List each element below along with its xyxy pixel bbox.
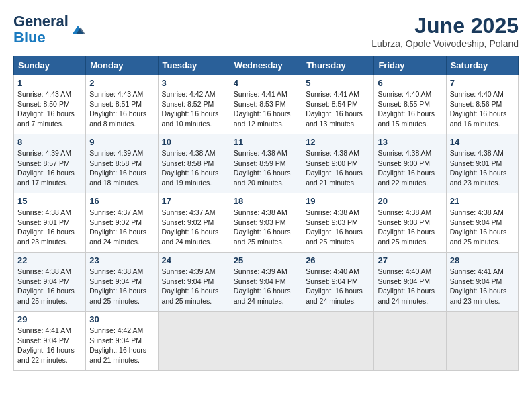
calendar-cell: 29Sunrise: 4:41 AM Sunset: 9:04 PM Dayli… bbox=[14, 312, 86, 371]
calendar-cell: 4Sunrise: 4:41 AM Sunset: 8:53 PM Daylig… bbox=[230, 75, 302, 134]
calendar-cell: 27Sunrise: 4:40 AM Sunset: 9:04 PM Dayli… bbox=[374, 253, 446, 312]
weekday-header-cell: Saturday bbox=[446, 56, 518, 75]
day-number: 6 bbox=[378, 78, 442, 88]
day-number: 25 bbox=[234, 255, 298, 265]
day-info: Sunrise: 4:39 AM Sunset: 9:04 PM Dayligh… bbox=[234, 267, 298, 306]
calendar-title: June 2025 bbox=[371, 13, 519, 38]
calendar-cell: 23Sunrise: 4:38 AM Sunset: 9:04 PM Dayli… bbox=[86, 253, 158, 312]
calendar-cell: 14Sunrise: 4:38 AM Sunset: 9:01 PM Dayli… bbox=[446, 134, 518, 193]
logo-icon bbox=[70, 21, 86, 38]
day-number: 10 bbox=[162, 137, 226, 147]
weekday-header: SundayMondayTuesdayWednesdayThursdayFrid… bbox=[14, 56, 519, 75]
day-info: Sunrise: 4:38 AM Sunset: 9:04 PM Dayligh… bbox=[89, 267, 154, 306]
day-number: 20 bbox=[378, 196, 442, 206]
day-number: 7 bbox=[450, 78, 515, 88]
calendar-cell: 13Sunrise: 4:38 AM Sunset: 9:00 PM Dayli… bbox=[374, 134, 446, 193]
day-number: 12 bbox=[306, 137, 370, 147]
calendar-body: 1Sunrise: 4:43 AM Sunset: 8:50 PM Daylig… bbox=[14, 75, 519, 371]
day-info: Sunrise: 4:40 AM Sunset: 9:04 PM Dayligh… bbox=[306, 267, 370, 306]
calendar-cell: 30Sunrise: 4:42 AM Sunset: 9:04 PM Dayli… bbox=[86, 312, 158, 371]
day-info: Sunrise: 4:41 AM Sunset: 9:04 PM Dayligh… bbox=[17, 326, 82, 365]
day-number: 30 bbox=[89, 314, 154, 324]
weekday-header-cell: Sunday bbox=[14, 56, 86, 75]
logo: GeneralBlue bbox=[13, 13, 86, 46]
calendar-cell: 6Sunrise: 4:40 AM Sunset: 8:55 PM Daylig… bbox=[374, 75, 446, 134]
calendar-cell bbox=[230, 312, 302, 371]
day-number: 18 bbox=[234, 196, 298, 206]
calendar-week-row: 8Sunrise: 4:39 AM Sunset: 8:57 PM Daylig… bbox=[14, 134, 519, 193]
weekday-header-cell: Friday bbox=[374, 56, 446, 75]
day-info: Sunrise: 4:39 AM Sunset: 8:57 PM Dayligh… bbox=[17, 148, 82, 188]
day-number: 29 bbox=[17, 314, 82, 324]
calendar-week-row: 22Sunrise: 4:38 AM Sunset: 9:04 PM Dayli… bbox=[14, 253, 519, 312]
weekday-header-cell: Monday bbox=[86, 56, 158, 75]
calendar-cell: 22Sunrise: 4:38 AM Sunset: 9:04 PM Dayli… bbox=[14, 253, 86, 312]
calendar-week-row: 1Sunrise: 4:43 AM Sunset: 8:50 PM Daylig… bbox=[14, 75, 519, 134]
day-number: 17 bbox=[162, 196, 226, 206]
calendar-cell bbox=[374, 312, 446, 371]
calendar-cell bbox=[302, 312, 374, 371]
day-info: Sunrise: 4:38 AM Sunset: 9:03 PM Dayligh… bbox=[378, 208, 442, 247]
calendar-cell: 12Sunrise: 4:38 AM Sunset: 9:00 PM Dayli… bbox=[302, 134, 374, 193]
day-number: 8 bbox=[17, 137, 82, 147]
calendar-cell: 7Sunrise: 4:40 AM Sunset: 8:56 PM Daylig… bbox=[446, 75, 518, 134]
calendar-cell: 2Sunrise: 4:43 AM Sunset: 8:51 PM Daylig… bbox=[86, 75, 158, 134]
title-area: June 2025 Lubrza, Opole Voivodeship, Pol… bbox=[371, 13, 519, 49]
day-info: Sunrise: 4:39 AM Sunset: 9:04 PM Dayligh… bbox=[162, 267, 226, 306]
day-number: 14 bbox=[450, 137, 515, 147]
day-info: Sunrise: 4:42 AM Sunset: 8:52 PM Dayligh… bbox=[162, 89, 226, 129]
calendar-cell: 25Sunrise: 4:39 AM Sunset: 9:04 PM Dayli… bbox=[230, 253, 302, 312]
day-number: 11 bbox=[234, 137, 298, 147]
day-number: 28 bbox=[450, 255, 515, 265]
day-info: Sunrise: 4:38 AM Sunset: 8:58 PM Dayligh… bbox=[162, 148, 226, 188]
calendar-cell: 26Sunrise: 4:40 AM Sunset: 9:04 PM Dayli… bbox=[302, 253, 374, 312]
day-info: Sunrise: 4:37 AM Sunset: 9:02 PM Dayligh… bbox=[89, 208, 154, 247]
day-number: 3 bbox=[162, 78, 226, 88]
calendar-cell: 3Sunrise: 4:42 AM Sunset: 8:52 PM Daylig… bbox=[158, 75, 230, 134]
day-info: Sunrise: 4:40 AM Sunset: 9:04 PM Dayligh… bbox=[378, 267, 442, 306]
calendar-table: SundayMondayTuesdayWednesdayThursdayFrid… bbox=[13, 56, 519, 371]
day-info: Sunrise: 4:38 AM Sunset: 9:03 PM Dayligh… bbox=[234, 208, 298, 247]
day-number: 27 bbox=[378, 255, 442, 265]
day-info: Sunrise: 4:42 AM Sunset: 9:04 PM Dayligh… bbox=[89, 326, 154, 365]
calendar-cell: 9Sunrise: 4:39 AM Sunset: 8:58 PM Daylig… bbox=[86, 134, 158, 193]
day-number: 23 bbox=[89, 255, 154, 265]
calendar-cell: 8Sunrise: 4:39 AM Sunset: 8:57 PM Daylig… bbox=[14, 134, 86, 193]
weekday-header-cell: Tuesday bbox=[158, 56, 230, 75]
day-number: 22 bbox=[17, 255, 82, 265]
calendar-cell: 20Sunrise: 4:38 AM Sunset: 9:03 PM Dayli… bbox=[374, 193, 446, 253]
day-number: 19 bbox=[306, 196, 370, 206]
calendar-cell: 28Sunrise: 4:41 AM Sunset: 9:04 PM Dayli… bbox=[446, 253, 518, 312]
day-info: Sunrise: 4:38 AM Sunset: 8:59 PM Dayligh… bbox=[234, 148, 298, 188]
calendar-cell: 19Sunrise: 4:38 AM Sunset: 9:03 PM Dayli… bbox=[302, 193, 374, 253]
day-number: 1 bbox=[17, 78, 82, 88]
day-info: Sunrise: 4:43 AM Sunset: 8:51 PM Dayligh… bbox=[89, 89, 154, 129]
calendar-cell: 1Sunrise: 4:43 AM Sunset: 8:50 PM Daylig… bbox=[14, 75, 86, 134]
calendar-subtitle: Lubrza, Opole Voivodeship, Poland bbox=[371, 38, 519, 49]
day-number: 24 bbox=[162, 255, 226, 265]
calendar-week-row: 29Sunrise: 4:41 AM Sunset: 9:04 PM Dayli… bbox=[14, 312, 519, 371]
header: GeneralBlue June 2025 Lubrza, Opole Voiv… bbox=[13, 13, 519, 49]
day-info: Sunrise: 4:40 AM Sunset: 8:55 PM Dayligh… bbox=[378, 89, 442, 129]
calendar-cell bbox=[158, 312, 230, 371]
day-info: Sunrise: 4:38 AM Sunset: 9:04 PM Dayligh… bbox=[17, 267, 82, 306]
day-number: 15 bbox=[17, 196, 82, 206]
calendar-cell: 15Sunrise: 4:38 AM Sunset: 9:01 PM Dayli… bbox=[14, 193, 86, 253]
calendar-cell: 5Sunrise: 4:41 AM Sunset: 8:54 PM Daylig… bbox=[302, 75, 374, 134]
day-info: Sunrise: 4:38 AM Sunset: 9:04 PM Dayligh… bbox=[450, 208, 515, 247]
day-number: 21 bbox=[450, 196, 515, 206]
weekday-header-cell: Wednesday bbox=[230, 56, 302, 75]
calendar-cell: 21Sunrise: 4:38 AM Sunset: 9:04 PM Dayli… bbox=[446, 193, 518, 253]
day-info: Sunrise: 4:38 AM Sunset: 9:03 PM Dayligh… bbox=[306, 208, 370, 247]
calendar-cell: 10Sunrise: 4:38 AM Sunset: 8:58 PM Dayli… bbox=[158, 134, 230, 193]
day-number: 16 bbox=[89, 196, 154, 206]
day-info: Sunrise: 4:38 AM Sunset: 9:00 PM Dayligh… bbox=[378, 148, 442, 188]
day-info: Sunrise: 4:37 AM Sunset: 9:02 PM Dayligh… bbox=[162, 208, 226, 247]
day-number: 5 bbox=[306, 78, 370, 88]
logo-text: GeneralBlue bbox=[13, 13, 69, 46]
day-info: Sunrise: 4:38 AM Sunset: 9:00 PM Dayligh… bbox=[306, 148, 370, 188]
calendar-cell: 17Sunrise: 4:37 AM Sunset: 9:02 PM Dayli… bbox=[158, 193, 230, 253]
calendar-cell bbox=[446, 312, 518, 371]
day-info: Sunrise: 4:38 AM Sunset: 9:01 PM Dayligh… bbox=[450, 148, 515, 188]
calendar-week-row: 15Sunrise: 4:38 AM Sunset: 9:01 PM Dayli… bbox=[14, 193, 519, 253]
